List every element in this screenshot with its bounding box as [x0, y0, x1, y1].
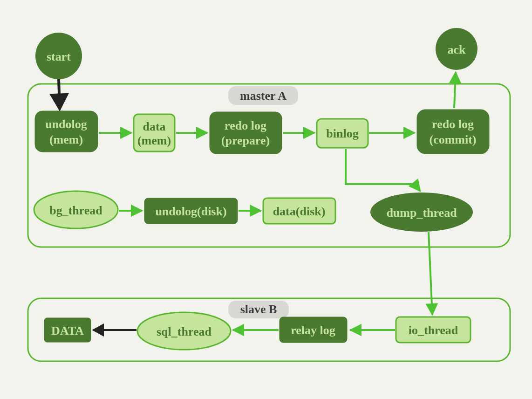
redo-commit-label-1: redo log	[432, 117, 474, 131]
redo-prepare-label-1: redo log	[225, 119, 266, 132]
undolog-mem-label-2: (mem)	[49, 133, 83, 146]
undolog-disk-label: undolog(disk)	[155, 205, 226, 218]
redo-commit-label-2: (commit)	[429, 133, 476, 146]
redo-commit-node	[417, 110, 489, 154]
binlog-label: binlog	[326, 127, 358, 140]
master-label: master A	[240, 89, 286, 103]
redo-prepare-node	[210, 112, 282, 154]
dump-thread-label: dump_thread	[386, 206, 457, 220]
redo-prepare-label-2: (prepare)	[221, 134, 270, 147]
arrow-binlog-dump	[346, 149, 420, 191]
data-disk-label: data(disk)	[273, 205, 326, 218]
slave-label: slave B	[240, 303, 277, 316]
relay-log-label: relay log	[291, 323, 335, 337]
data-mem-label-1: data	[143, 120, 165, 133]
undolog-mem-label-1: undolog	[45, 117, 87, 131]
sql-thread-label: sql_thread	[157, 325, 212, 338]
ack-label: ack	[448, 43, 466, 56]
arrow-start-undolog	[59, 79, 60, 108]
arrow-dump-io	[429, 232, 432, 315]
bg-thread-label: bg_thread	[49, 204, 102, 217]
data-final-label: DATA	[51, 324, 84, 337]
start-label: start	[47, 50, 71, 63]
arrow-redo-commit-ack	[454, 72, 456, 108]
data-mem-label-2: (mem)	[137, 134, 171, 147]
io-thread-label: io_thread	[409, 323, 458, 337]
